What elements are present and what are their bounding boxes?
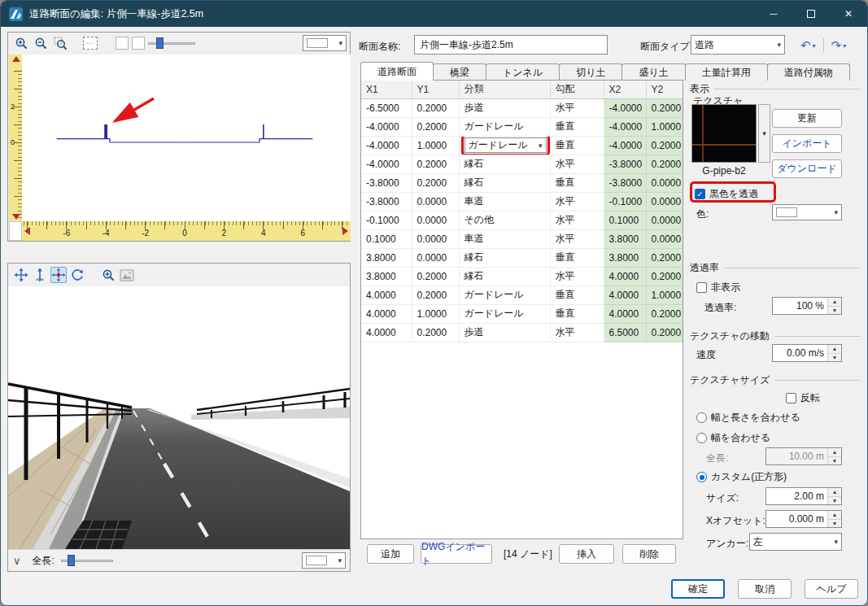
tab-4[interactable]: 切り土: [559, 63, 622, 81]
table-row[interactable]: 3.80000.0000縁石垂直3.80000.2000: [361, 248, 683, 267]
fit-width-radio[interactable]: 幅を合わせる: [696, 431, 770, 445]
column-header[interactable]: 分類: [459, 81, 550, 98]
cell[interactable]: ガードレール▾: [459, 136, 550, 155]
cell[interactable]: 水平: [550, 155, 604, 173]
hide-checkbox[interactable]: 非表示: [696, 281, 740, 294]
cell[interactable]: -4.0000: [361, 117, 412, 136]
ruler-scroll-left[interactable]: [24, 227, 30, 235]
help-button[interactable]: ヘルプ: [805, 579, 858, 599]
cell[interactable]: 車道: [459, 229, 550, 248]
transparency-rate-spinner[interactable]: 100 % ▲▼: [772, 297, 842, 315]
cell[interactable]: 0.2000: [646, 136, 683, 155]
cell[interactable]: 垂直: [550, 117, 604, 136]
3d-zoom-button[interactable]: [100, 267, 116, 283]
tab-3[interactable]: トンネル: [486, 63, 560, 81]
spin-down-icon[interactable]: ▼: [828, 497, 841, 505]
spin-down-icon[interactable]: ▼: [828, 457, 841, 465]
cell[interactable]: 3.8000: [604, 248, 646, 267]
size-spinner[interactable]: 2.00 m ▲▼: [765, 487, 842, 505]
orbit-button[interactable]: [50, 267, 67, 283]
cell[interactable]: 水平: [550, 267, 604, 286]
ruler-scroll-right[interactable]: [342, 227, 348, 235]
color-combo[interactable]: ▾: [772, 204, 842, 220]
flip-checkbox[interactable]: 反転: [786, 391, 820, 405]
cell[interactable]: 0.0000: [412, 229, 459, 248]
cell[interactable]: 0.0000: [646, 211, 683, 229]
undo-button[interactable]: ↶▾: [798, 37, 818, 54]
2d-scale-slider[interactable]: [148, 37, 195, 50]
cell[interactable]: -4.0000: [604, 98, 646, 117]
cell[interactable]: 4.0000: [361, 323, 412, 342]
table-row[interactable]: -6.50000.2000歩道水平-4.00000.2000: [361, 98, 683, 117]
cell[interactable]: 縁石: [459, 267, 550, 286]
ruler-scroll-up[interactable]: [12, 56, 20, 62]
table-row[interactable]: 3.80000.2000縁石水平4.00000.2000: [361, 267, 683, 286]
cell[interactable]: -0.1000: [604, 192, 646, 211]
2d-background-color-combo[interactable]: ▾: [303, 35, 347, 51]
vertical-ruler[interactable]: 20: [9, 54, 22, 221]
column-header[interactable]: 勾配: [550, 81, 604, 98]
column-header[interactable]: Y2: [646, 81, 683, 98]
classification-combo[interactable]: ガードレール▾: [465, 137, 547, 153]
anchor-combo[interactable]: 左▾: [749, 533, 842, 551]
cell[interactable]: 垂直: [550, 286, 604, 304]
spin-up-icon[interactable]: ▲: [828, 448, 841, 457]
spin-up-icon[interactable]: ▲: [828, 511, 841, 520]
cell[interactable]: -3.8000: [604, 173, 646, 192]
table-row[interactable]: 4.00001.0000ガードレール垂直4.00000.2000: [361, 304, 683, 323]
cell[interactable]: 0.0000: [646, 229, 683, 248]
cell[interactable]: 縁石: [459, 173, 550, 192]
cell[interactable]: 4.0000: [361, 286, 412, 304]
cell[interactable]: 3.8000: [361, 248, 412, 267]
cell[interactable]: 歩道: [459, 323, 550, 342]
close-button[interactable]: ✕: [830, 1, 867, 27]
cell[interactable]: 4.0000: [604, 286, 646, 304]
title-bar[interactable]: 道路断面の編集: 片側一車線-歩道2.5m ─ ✕: [1, 1, 867, 27]
cell[interactable]: 水平: [550, 211, 604, 229]
dwg-import-button[interactable]: DWGインポート: [421, 544, 492, 564]
tab-5[interactable]: 盛り土: [622, 63, 685, 81]
cell[interactable]: 0.2000: [646, 248, 683, 267]
cell[interactable]: -4.0000: [604, 117, 646, 136]
tab-1[interactable]: 道路断面: [360, 62, 434, 81]
spin-up-icon[interactable]: ▲: [828, 345, 841, 354]
3d-preview-canvas[interactable]: [8, 286, 350, 549]
cell[interactable]: 0.0000: [412, 192, 459, 211]
elevate-button[interactable]: [32, 267, 48, 283]
texture-dropdown-button[interactable]: ▾: [758, 104, 770, 163]
insert-button[interactable]: 挿入: [559, 544, 614, 564]
cross-section-canvas[interactable]: [22, 54, 351, 221]
cell[interactable]: 水平: [550, 192, 604, 211]
download-button[interactable]: ダウンロード: [772, 159, 842, 178]
cell[interactable]: ガードレール: [459, 304, 550, 323]
ruler-scroll-down[interactable]: [12, 214, 20, 220]
cell[interactable]: 3.8000: [361, 267, 412, 286]
cell[interactable]: 0.2000: [412, 173, 459, 192]
splitter[interactable]: [7, 245, 351, 259]
cell[interactable]: 0.1000: [361, 229, 412, 248]
length-slider[interactable]: [61, 554, 113, 567]
cell[interactable]: 6.5000: [604, 323, 646, 342]
tab-2[interactable]: 橋梁: [433, 63, 486, 81]
table-row[interactable]: -0.10000.0000その他水平0.10000.0000: [361, 211, 683, 229]
snapshot-button[interactable]: [119, 267, 135, 283]
delete-button[interactable]: 削除: [622, 544, 676, 564]
cell[interactable]: 縁石: [459, 248, 550, 267]
column-header[interactable]: Y1: [412, 81, 459, 98]
column-header[interactable]: X1: [361, 81, 412, 98]
rotate-view-button[interactable]: [69, 267, 85, 283]
tab-7[interactable]: 道路付属物: [767, 63, 850, 81]
pan-button[interactable]: [13, 267, 29, 283]
cell[interactable]: 車道: [459, 192, 550, 211]
cell[interactable]: -4.0000: [361, 136, 412, 155]
cell[interactable]: 4.0000: [604, 267, 646, 286]
cell[interactable]: -3.8000: [361, 192, 412, 211]
cell[interactable]: -0.1000: [361, 211, 412, 229]
maximize-button[interactable]: [792, 1, 830, 27]
import-button[interactable]: インポート: [772, 134, 842, 153]
spin-down-icon[interactable]: ▼: [828, 307, 841, 315]
cell[interactable]: 1.0000: [412, 304, 459, 323]
horizontal-ruler[interactable]: -6-4-20246: [22, 221, 351, 241]
cell[interactable]: 垂直: [550, 248, 604, 267]
table-row[interactable]: 4.00000.2000歩道水平6.50000.2000: [361, 323, 683, 342]
